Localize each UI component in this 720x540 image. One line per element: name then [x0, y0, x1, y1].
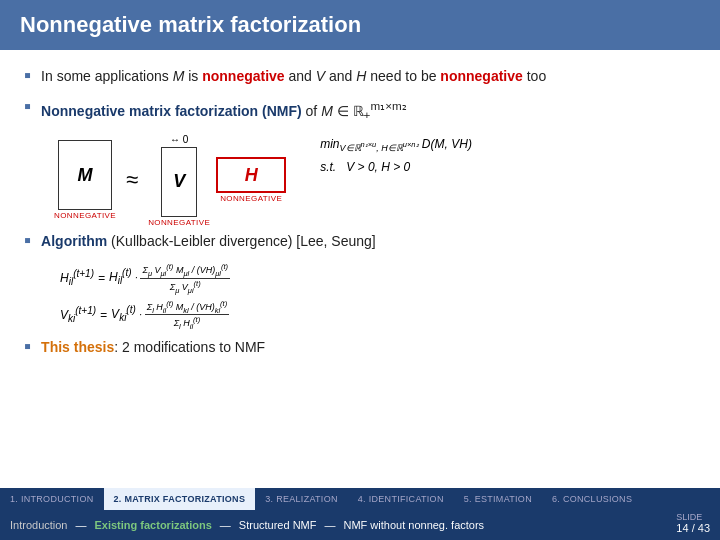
bullet-icon-4: ▪ [24, 335, 31, 358]
bullet-text-2: Nonnegative matrix factorization (NMF) o… [41, 97, 407, 124]
tab-matrix-factorizations[interactable]: 2. MATRIX FACTORIZATIONS [104, 488, 256, 510]
bullet-icon-1: ▪ [24, 64, 31, 87]
matrix-V-container: ↔ 0 V NONNEGATIVE [148, 134, 210, 227]
nav-dash-1: — [75, 519, 86, 531]
st-line: s.t. V > 0, H > 0 [320, 157, 472, 179]
slide-num-text: 14 / 43 [676, 522, 710, 534]
bullet-icon-2: ▪ [24, 95, 31, 118]
V-rhs: Vki(t) · Σl Hil(t) Mkl / (VH)kl(t) Σl Hi… [111, 299, 229, 332]
bullet-item-3: ▪ Algorithm (Kullback-Leibler divergence… [24, 231, 696, 252]
bullet-item-1: ▪ In some applications M is nonnegative … [24, 66, 696, 87]
tab-estimation[interactable]: 5. ESTIMATION [454, 488, 542, 510]
tab-conclusions[interactable]: 6. CONCLUSIONS [542, 488, 642, 510]
tab-realization[interactable]: 3. REALIZATION [255, 488, 348, 510]
H-lhs: Hil(t+1) [60, 263, 94, 293]
min-formula: minV∈ℝn₁×u, H∈ℝu×n₂ D(M, VH) s.t. V > 0,… [320, 134, 472, 178]
bullet-text-3: Algorithm (Kullback-Leibler divergence) … [41, 231, 376, 252]
matrix-H: H [216, 157, 286, 193]
V-eq: = [100, 302, 107, 328]
H-rhs: Hil(t) · Σμ Vμi(t) Mμl / (VH)μl(t) Σμ Vμ… [109, 262, 230, 295]
slide-title: Nonnegative matrix factorization [0, 0, 720, 50]
title-text: Nonnegative matrix factorization [20, 12, 361, 37]
bullet-text-1: In some applications M is nonnegative an… [41, 66, 546, 87]
tab-identification[interactable]: 4. IDENTIFICATION [348, 488, 454, 510]
bullet-item-4: ▪ This thesis: 2 modifications to NMF [24, 337, 696, 358]
matrix-M: M [58, 140, 112, 210]
H-eq: = [98, 265, 105, 291]
V-lhs: Vki(t+1) [60, 300, 96, 330]
nav-bar: 1. INTRODUCTION 2. MATRIX FACTORIZATIONS… [0, 488, 720, 540]
update-equations: Hil(t+1) = Hil(t) · Σμ Vμi(t) Mμl / (VH)… [60, 262, 696, 331]
nonneg-label-M: NONNEGATIVE [54, 211, 116, 220]
nonneg-label-V: NONNEGATIVE [148, 218, 210, 227]
nav-bottom: Introduction — Existing factorizations —… [0, 510, 720, 540]
nav-structured-nmf: Structured NMF [239, 519, 317, 531]
V-update-row: Vki(t+1) = Vki(t) · Σl Hil(t) Mkl / (VH)… [60, 299, 696, 332]
nav-dash-3: — [324, 519, 335, 531]
nav-tabs[interactable]: 1. INTRODUCTION 2. MATRIX FACTORIZATIONS… [0, 488, 720, 510]
arrow-above-V: ↔ 0 [170, 134, 188, 145]
min-line: minV∈ℝn₁×u, H∈ℝu×n₂ D(M, VH) [320, 134, 472, 157]
tab-introduction[interactable]: 1. INTRODUCTION [0, 488, 104, 510]
bullet-text-4: This thesis: 2 modifications to NMF [41, 337, 265, 358]
approx-symbol: ≈ [126, 167, 138, 193]
nmf-diagram: M NONNEGATIVE ≈ ↔ 0 V NONNEGATIVE H NONN… [54, 134, 696, 227]
slide-content: ▪ In some applications M is nonnegative … [0, 50, 720, 384]
matrix-H-container: H NONNEGATIVE [216, 157, 286, 203]
nav-existing-factorizations: Existing factorizations [94, 519, 211, 531]
nav-introduction: Introduction [10, 519, 67, 531]
bullet-item-2: ▪ Nonnegative matrix factorization (NMF)… [24, 97, 696, 124]
nav-dash-2: — [220, 519, 231, 531]
nav-nmf-without-nonneg: NMF without nonneg. factors [343, 519, 484, 531]
matrix-V: V [161, 147, 197, 217]
matrix-M-container: M NONNEGATIVE [54, 140, 116, 220]
H-update-row: Hil(t+1) = Hil(t) · Σμ Vμi(t) Mμl / (VH)… [60, 262, 696, 295]
slide-number: SLIDE 14 / 43 [676, 512, 710, 534]
nonneg-label-H: NONNEGATIVE [220, 194, 282, 203]
matrix-diagram: M NONNEGATIVE ≈ ↔ 0 V NONNEGATIVE H NONN… [54, 134, 286, 227]
bullet-icon-3: ▪ [24, 229, 31, 252]
